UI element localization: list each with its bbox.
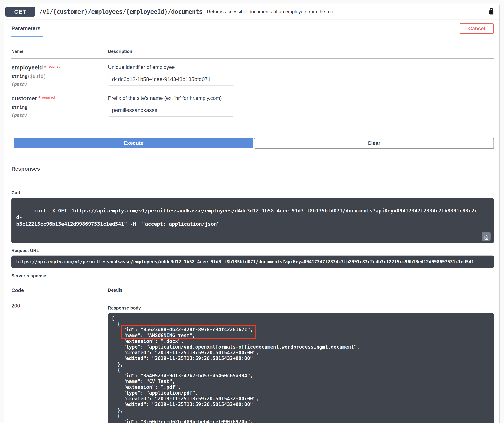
column-header-code: Code <box>12 288 108 293</box>
parameter-name: customer <box>12 95 37 102</box>
operation-block: GET /v1/{customer}/employees/{employeeId… <box>4 4 500 423</box>
execute-row: Execute Clear <box>14 138 494 148</box>
column-header-description: Description <box>108 49 494 54</box>
response-body-label: Response body <box>108 305 494 311</box>
parameter-location: (path) <box>12 113 108 118</box>
parameter-name: employeeId <box>12 64 43 71</box>
execute-button[interactable]: Execute <box>14 138 253 148</box>
required-star: * <box>38 95 41 102</box>
request-url: https://api.emply.com/v1/pernillessandka… <box>16 259 474 264</box>
response-body-json: [ { "id": "85623d88-db22-428f-8978-c34fc… <box>112 315 490 423</box>
parameter-description: Unique identifier of employee <box>108 64 494 70</box>
http-method-badge: GET <box>5 7 35 17</box>
parameter-location: (path) <box>12 82 108 87</box>
divider <box>12 58 494 59</box>
parameter-type: string <box>12 74 27 79</box>
copy-curl-button[interactable] <box>482 232 491 241</box>
operation-summary[interactable]: GET /v1/{customer}/employees/{employeeId… <box>4 4 499 19</box>
divider <box>12 298 494 298</box>
curl-command-block: curl -X GET "https://api.emply.com/v1/pe… <box>12 198 494 243</box>
parameter-format: ($uuid) <box>27 74 46 79</box>
parameter-description: Prefix of the site's name (ex. 'hr' for … <box>108 95 494 101</box>
required-star: * <box>44 64 46 71</box>
parameter-row-employeeid: employeeId*required string($uuid) (path)… <box>12 64 494 87</box>
parameter-row-customer: customer*required string (path) Prefix o… <box>12 95 494 118</box>
parameter-type: string <box>12 105 27 110</box>
clear-button[interactable]: Clear <box>254 138 494 148</box>
request-url-label: Request URL <box>12 248 494 253</box>
lock-icon <box>488 7 495 17</box>
column-header-details: Details <box>108 288 494 293</box>
curl-command: curl -X GET "https://api.emply.com/v1/pe… <box>16 208 477 227</box>
request-url-block: https://api.emply.com/v1/pernillessandka… <box>12 255 494 268</box>
required-label: required <box>48 65 61 68</box>
auth-lock-button[interactable] <box>488 7 495 17</box>
required-label: required <box>42 96 55 99</box>
endpoint-summary: Returns accessible documents of an emplo… <box>207 9 335 15</box>
tab-parameters[interactable]: Parameters <box>12 20 41 37</box>
cancel-button[interactable]: Cancel <box>460 23 494 34</box>
try-it-out-header: Parameters Cancel <box>4 20 499 37</box>
server-response-label: Server response <box>12 273 494 278</box>
employeeid-input[interactable] <box>108 73 234 86</box>
endpoint-path: /v1/{customer}/employees/{employeeId}/do… <box>39 8 203 15</box>
server-response-row: 200 Response body [ { "id": "85623d88-db… <box>12 303 494 423</box>
clipboard-copy-icon <box>482 229 491 244</box>
column-header-name: Name <box>12 49 108 54</box>
status-code: 200 <box>12 303 108 423</box>
responses-heading: Responses <box>12 166 499 172</box>
curl-label: Curl <box>12 190 494 195</box>
divider <box>4 179 499 179</box>
response-body-block: [ { "id": "85623d88-db22-428f-8978-c34fc… <box>108 313 494 423</box>
customer-input[interactable] <box>108 104 234 117</box>
